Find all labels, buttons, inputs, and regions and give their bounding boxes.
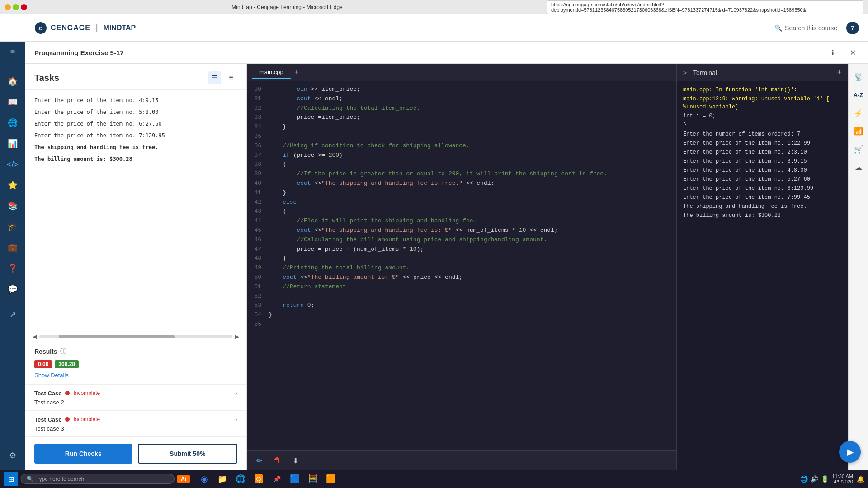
submit-button[interactable]: Submit 50% xyxy=(138,444,238,464)
terminal-add-button[interactable]: + xyxy=(837,68,842,77)
page-header: Programming Exercise 5-17 ℹ ✕ xyxy=(25,42,868,64)
taskbar-app-5[interactable]: 🟦 xyxy=(287,471,303,487)
code-line-46: 46 //Calculating the bill amount using p… xyxy=(247,235,676,245)
cortana-icon: ◉ xyxy=(201,474,208,484)
sidebar-help-icon[interactable]: ❓ xyxy=(3,258,23,278)
test-case-label-row-2: Test Case Incomplete xyxy=(34,416,100,423)
scroll-track[interactable] xyxy=(39,335,232,338)
test-case-status-dot-1 xyxy=(65,391,70,395)
results-info-icon[interactable]: ⓘ xyxy=(60,347,66,356)
sidebar-code-icon[interactable]: </> xyxy=(3,155,23,174)
network-icon[interactable]: 🌐 xyxy=(800,475,808,483)
sidebar-expand-icon[interactable]: ≡ xyxy=(3,42,23,61)
code-icon: </> xyxy=(7,160,19,169)
code-line-39: 39 //If the price is greater than or equ… xyxy=(247,169,676,179)
battery-icon[interactable]: 🔋 xyxy=(821,475,829,483)
tasks-header: Tasks ☰ ≡ xyxy=(25,64,246,90)
terminal-line-3: int i = 0; xyxy=(683,112,842,120)
search-area: 🔍 Search this course ? xyxy=(774,22,859,34)
test-case-label-2: Test Case xyxy=(34,416,61,423)
taskbar-answered[interactable]: Q xyxy=(250,471,267,487)
view-list-icon: ≡ xyxy=(229,74,233,82)
run-checks-button[interactable]: Run Checks xyxy=(34,444,132,464)
code-line-44: 44 //Else it will print the shipping and… xyxy=(247,216,676,226)
scroll-thumb xyxy=(59,335,175,338)
time-display: 11:30 AM xyxy=(832,474,853,479)
test-case-chevron-1: › xyxy=(235,389,237,397)
taskbar-cortana[interactable]: ◉ xyxy=(196,471,212,487)
start-button[interactable]: ⊞ xyxy=(4,472,18,486)
edit-pencil-button[interactable]: ✏ xyxy=(252,454,266,467)
main-cpp-tab[interactable]: main.cpp xyxy=(252,66,291,79)
tasks-list-view-icon[interactable]: ≡ xyxy=(225,71,237,84)
test-case-item-1[interactable]: Test Case Incomplete › Test case 2 xyxy=(25,385,246,411)
tab-add-button[interactable]: + xyxy=(294,68,299,77)
scroll-right-arrow[interactable]: ▶ xyxy=(235,333,239,340)
terminal-line-2: main.cpp:12:9: warning: unused variable … xyxy=(683,95,842,111)
info-button[interactable]: ℹ xyxy=(826,46,839,59)
right-plugin-icon[interactable]: ⚡ xyxy=(850,105,867,121)
right-wifi-icon[interactable]: 📶 xyxy=(850,123,867,139)
notification-icon[interactable]: 🔔 xyxy=(857,475,864,483)
download-button[interactable]: ⬇ xyxy=(288,454,302,467)
ai-badge[interactable]: Ai xyxy=(177,475,190,483)
terminal-title-label: Terminal xyxy=(693,69,717,76)
mindtap-pin-icon: 📌 xyxy=(273,475,281,483)
sidebar-chat-icon[interactable]: 💬 xyxy=(3,279,23,299)
cloud-download-icon: ☁ xyxy=(855,163,862,172)
maximize-button[interactable] xyxy=(13,4,19,10)
page-title: Programming Exercise 5-17 xyxy=(34,49,826,56)
sidebar-share-icon[interactable]: ↗ xyxy=(3,305,23,324)
address-bar[interactable]: https://ng.cengage.com/static/nb/ui/evo/… xyxy=(547,0,863,14)
chart-icon: 📊 xyxy=(8,139,18,149)
close-page-button[interactable]: ✕ xyxy=(846,46,859,59)
taskbar-search-text: Type here to search xyxy=(36,476,84,482)
code-line-52: 52 xyxy=(247,292,676,301)
sidebar-chart-icon[interactable]: 📊 xyxy=(3,134,23,154)
minimize-button[interactable] xyxy=(5,4,11,10)
tasks-scrollbar[interactable]: ◀ ▶ xyxy=(25,332,246,342)
right-download-cloud-icon[interactable]: ☁ xyxy=(850,159,867,175)
sidebar-briefcase-icon[interactable]: 💼 xyxy=(3,238,23,258)
sidebar-courses-icon[interactable]: 📚 xyxy=(3,196,23,216)
taskbar-file-explorer[interactable]: 📁 xyxy=(214,471,231,487)
wifi-icon: 📶 xyxy=(854,127,863,136)
taskbar-clock[interactable]: 11:30 AM 4/9/2020 xyxy=(832,474,853,484)
terminal-header: >_ Terminal + xyxy=(677,64,848,81)
taskbar-calculator[interactable]: 🧮 xyxy=(305,471,321,487)
search-button[interactable]: 🔍 Search this course xyxy=(774,24,837,32)
code-line-45: 45 cout <<"The shipping and handling fee… xyxy=(247,226,676,235)
taskbar-search-box[interactable]: 🔍 Type here to search xyxy=(21,474,175,484)
show-details-link[interactable]: Show Details xyxy=(34,372,237,379)
scroll-left-arrow[interactable]: ◀ xyxy=(33,333,37,340)
sidebar-star-icon[interactable]: ⭐ xyxy=(3,175,23,195)
terminal-line-11: Enter the price of the item no. 5:27.60 xyxy=(683,175,842,183)
code-line-48: 48 } xyxy=(247,254,676,263)
volume-icon[interactable]: 🔊 xyxy=(811,475,818,483)
code-lines: 30 cin >> item_price; 31 cout << endl; 3… xyxy=(247,81,676,450)
delete-button[interactable]: 🗑 xyxy=(270,454,284,467)
globe-icon: 🌐 xyxy=(8,118,18,128)
taskbar-search-icon: 🔍 xyxy=(27,476,33,482)
output-line-6: The billing amount is: $300.28 xyxy=(25,153,246,165)
right-az-icon[interactable]: A-Z xyxy=(850,87,867,103)
sidebar-book-icon[interactable]: 📖 xyxy=(3,92,23,112)
help-button[interactable]: ? xyxy=(846,22,859,34)
play-run-button[interactable]: ▶ xyxy=(839,441,861,463)
close-browser-button[interactable] xyxy=(21,4,27,10)
test-case-status-1: Incomplete xyxy=(73,390,100,396)
home-icon: 🏠 xyxy=(8,76,18,86)
sidebar-home-icon[interactable]: 🏠 xyxy=(3,71,23,91)
taskbar-app-7[interactable]: 🟧 xyxy=(323,471,339,487)
right-rss-icon[interactable]: 📡 xyxy=(850,69,867,85)
taskbar-mindtap-pinned[interactable]: 📌 xyxy=(269,471,285,487)
tasks-list-icon[interactable]: ☰ xyxy=(208,71,221,84)
test-case-item-2[interactable]: Test Case Incomplete › Test case 3 xyxy=(25,411,246,437)
right-cart-icon[interactable]: 🛒 xyxy=(850,141,867,157)
sidebar-globe-icon[interactable]: 🌐 xyxy=(3,113,23,133)
sidebar-graduation-icon[interactable]: 🎓 xyxy=(3,217,23,237)
sidebar-settings-icon[interactable]: ⚙ xyxy=(3,446,23,465)
search-icon: 🔍 xyxy=(774,24,782,32)
code-line-36: 36 //Using if condition to check for shi… xyxy=(247,141,676,151)
taskbar-edge[interactable]: 🌐 xyxy=(232,471,249,487)
